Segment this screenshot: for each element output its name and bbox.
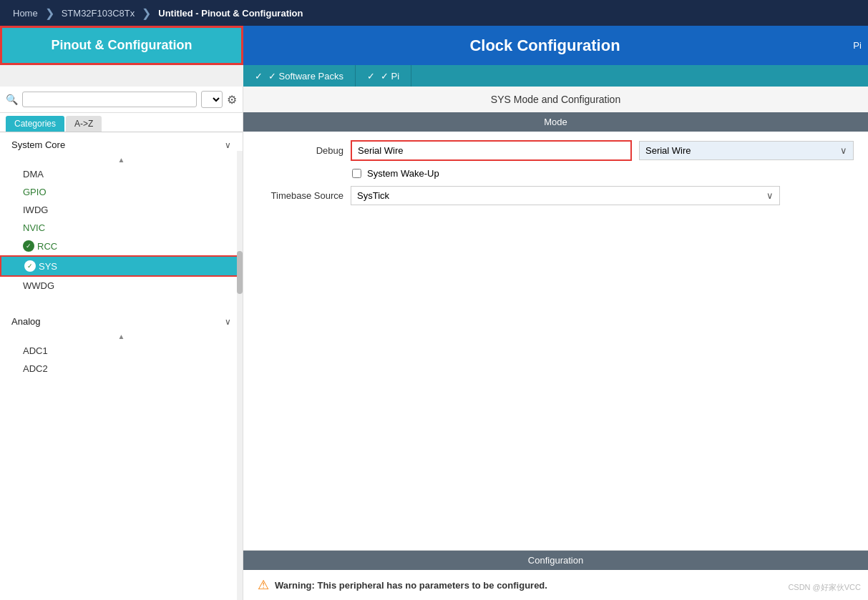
sidebar-item-iwdg[interactable]: IWDG: [0, 201, 243, 219]
category-system-core: System Core ∨ ▲ DMA GPIO IWDG NVIC: [0, 135, 243, 295]
timebase-label: Timebase Source: [258, 190, 343, 201]
wakeup-checkbox[interactable]: [352, 169, 361, 178]
breadcrumb-home[interactable]: Home: [7, 0, 44, 26]
timebase-select-wrap: SysTick ∨: [351, 186, 780, 205]
mode-section: Mode Debug Serial Wire ∨: [243, 112, 868, 221]
sidebar-item-sys[interactable]: ✓ SYS: [0, 255, 243, 277]
tab-categories[interactable]: Categories: [6, 116, 64, 132]
scroll-up-indicator: ▲: [0, 154, 243, 165]
section-title: SYS Mode and Configuration: [243, 87, 868, 112]
debug-input-wrap: [351, 140, 632, 161]
breadcrumb-bar: Home ❯ STM32F103C8Tx ❯ Untitled - Pinout…: [0, 0, 868, 26]
category-analog: Analog ∨ ▲ ADC1 ADC2: [0, 312, 243, 378]
category-header-system-core[interactable]: System Core ∨: [0, 135, 243, 154]
wakeup-label: System Wake-Up: [367, 168, 439, 179]
sidebar-list: System Core ∨ ▲ DMA GPIO IWDG NVIC: [0, 132, 243, 600]
mode-body: Debug Serial Wire ∨ System Wake-Up: [243, 132, 868, 221]
debug-select-wrap: Serial Wire ∨: [639, 141, 854, 160]
debug-input[interactable]: [352, 142, 630, 159]
scroll-up-analog: ▲: [0, 331, 243, 342]
warning-icon: ⚠: [258, 577, 269, 593]
analog-items: ADC1 ADC2: [0, 342, 243, 378]
search-icon: 🔍: [6, 94, 18, 105]
sub-tab-pi[interactable]: ✓ ✓ Pi: [356, 65, 411, 87]
tab-extra[interactable]: Pi: [847, 26, 868, 65]
sidebar-item-nvic[interactable]: NVIC: [0, 219, 243, 237]
tab-header: Pinout & Configuration Clock Configurati…: [0, 26, 868, 65]
content-spacer: [243, 221, 868, 550]
config-header: Configuration: [243, 551, 868, 570]
scrollbar-thumb[interactable]: [237, 251, 243, 294]
sidebar: 🔍 ⚙ Categories A->Z System Core ∨ ▲: [0, 87, 243, 600]
timebase-row: Timebase Source SysTick ∨: [258, 186, 854, 205]
watermark: CSDN @好家伙VCC: [788, 582, 861, 593]
debug-label: Debug: [258, 145, 343, 156]
chevron-analog: ∨: [225, 317, 231, 327]
breadcrumb-arrow-2: ❯: [142, 6, 151, 20]
tab-clock[interactable]: Clock Configuration: [243, 26, 847, 65]
sys-check-icon: ✓: [24, 260, 36, 272]
breadcrumb-project[interactable]: Untitled - Pinout & Configuration: [152, 0, 308, 26]
wakeup-row: System Wake-Up: [258, 168, 854, 179]
sidebar-item-wwdg[interactable]: WWDG: [0, 277, 243, 295]
breadcrumb-arrow-1: ❯: [45, 6, 54, 20]
search-dropdown[interactable]: [201, 91, 223, 108]
sidebar-item-rcc[interactable]: ✓ RCC: [0, 237, 243, 255]
system-core-items: DMA GPIO IWDG NVIC ✓ RCC: [0, 165, 243, 295]
search-input[interactable]: [22, 92, 197, 107]
config-section: Configuration ⚠ Warning: This peripheral…: [243, 550, 868, 600]
tab-az[interactable]: A->Z: [66, 116, 102, 132]
category-tabs: Categories A->Z: [0, 113, 243, 132]
tab-pinout[interactable]: Pinout & Configuration: [0, 26, 243, 65]
main-layout: 🔍 ⚙ Categories A->Z System Core ∨ ▲: [0, 87, 868, 600]
debug-select[interactable]: Serial Wire: [640, 142, 853, 159]
gear-icon[interactable]: ⚙: [227, 93, 237, 107]
warning-row: ⚠ Warning: This peripheral has no parame…: [243, 570, 868, 600]
debug-row: Debug Serial Wire ∨: [258, 140, 854, 161]
sidebar-scrollbar[interactable]: [237, 151, 243, 600]
rcc-check-icon: ✓: [23, 240, 34, 252]
warning-text: Warning: This peripheral has no paramete…: [275, 580, 547, 591]
sub-tab-row: ✓ ✓ Software Packs ✓ ✓ Pi: [243, 65, 868, 87]
sidebar-item-adc1[interactable]: ADC1: [0, 342, 243, 360]
chevron-system-core: ∨: [225, 140, 231, 150]
timebase-select[interactable]: SysTick: [351, 187, 779, 205]
sidebar-item-adc2[interactable]: ADC2: [0, 360, 243, 378]
search-row: 🔍 ⚙: [0, 87, 243, 113]
sub-tab-software-packs[interactable]: ✓ ✓ Software Packs: [243, 65, 356, 87]
mode-header: Mode: [243, 112, 868, 132]
sidebar-item-gpio[interactable]: GPIO: [0, 183, 243, 201]
breadcrumb-chip[interactable]: STM32F103C8Tx: [56, 0, 141, 26]
category-header-analog[interactable]: Analog ∨: [0, 312, 243, 331]
content-area: SYS Mode and Configuration Mode Debug Se…: [243, 87, 868, 600]
sidebar-item-dma[interactable]: DMA: [0, 165, 243, 183]
